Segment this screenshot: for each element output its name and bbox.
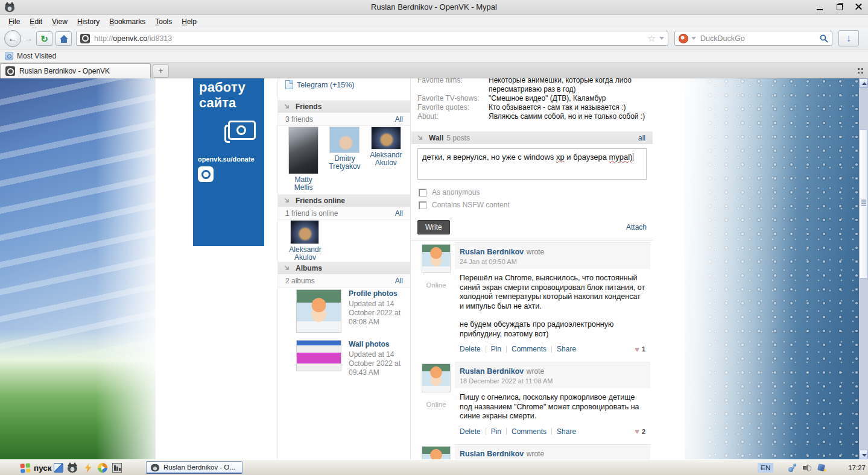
new-tab-button[interactable]: + xyxy=(153,64,169,78)
menu-bookmarks[interactable]: Bookmarks xyxy=(104,16,150,27)
friend-card[interactable]: MattyMellis xyxy=(283,127,324,192)
share-link[interactable]: Share xyxy=(557,345,576,353)
urlbar-dropdown-icon[interactable] xyxy=(659,37,664,40)
duckduckgo-icon[interactable] xyxy=(679,34,688,43)
albums-section-header[interactable]: Albums xyxy=(278,262,410,274)
friend-photo[interactable] xyxy=(329,127,360,153)
friends-section-header[interactable]: Friends xyxy=(278,100,410,113)
menu-tools[interactable]: Tools xyxy=(150,16,177,27)
pin-link[interactable]: Pin xyxy=(491,345,501,353)
album-item[interactable]: Wall photos Updated at 14 October 2022 a… xyxy=(296,340,415,377)
volume-icon[interactable] xyxy=(802,463,812,473)
minimize-button[interactable] xyxy=(815,2,826,13)
anonymous-checkbox[interactable] xyxy=(419,189,426,197)
reload-button[interactable]: ↻ xyxy=(36,31,52,46)
tray-cube-icon[interactable] xyxy=(817,463,826,473)
friends-all-link[interactable]: All xyxy=(395,115,403,124)
friend-name[interactable]: DmitryTretyakov xyxy=(324,155,365,171)
friends-online-all-link[interactable]: All xyxy=(395,209,403,218)
scroll-down-button[interactable] xyxy=(859,450,868,459)
album-item[interactable]: Profile photos Updated at 14 October 202… xyxy=(296,289,415,333)
menu-history[interactable]: History xyxy=(72,16,104,27)
friends-online-count-row: 1 friend is online All xyxy=(278,207,410,220)
taskbar-window-button[interactable]: Ruslan Berdnikov - O... xyxy=(146,461,242,474)
scroll-up-button[interactable] xyxy=(859,78,868,88)
comments-link[interactable]: Comments xyxy=(512,427,546,436)
share-link[interactable]: Share xyxy=(557,427,576,436)
online-friend-photo[interactable] xyxy=(290,220,319,244)
album-thumbnail[interactable] xyxy=(296,289,341,333)
album-thumbnail[interactable] xyxy=(296,340,341,371)
post-author-link[interactable]: Ruslan Berdnikov xyxy=(460,248,524,256)
post-author-avatar[interactable] xyxy=(422,446,451,460)
search-input[interactable] xyxy=(699,34,817,43)
menu-file[interactable]: File xyxy=(4,16,25,27)
friend-photo[interactable] xyxy=(288,127,318,174)
friend-card[interactable]: AleksandrAkulov xyxy=(366,127,407,192)
online-friend-name[interactable]: AleksandrAkulov xyxy=(278,246,332,262)
restore-button[interactable] xyxy=(834,2,845,13)
like-button[interactable]: ♥ 1 xyxy=(635,345,645,353)
page-scrollbar[interactable] xyxy=(859,78,868,459)
search-magnifier-icon[interactable] xyxy=(820,34,828,43)
album-updated: Updated at 14 October 2022 at 08:08 AM xyxy=(349,300,415,327)
back-button[interactable]: ← xyxy=(4,30,21,47)
post-author-avatar[interactable] xyxy=(422,244,451,273)
taskbar-clock[interactable]: 17:27 xyxy=(848,464,866,471)
home-button[interactable] xyxy=(55,31,72,46)
post-composer-textarea[interactable]: детки, я вернулся, но уже с windows xp и… xyxy=(417,148,647,180)
start-button[interactable]: пуск xyxy=(0,461,59,475)
downloads-button[interactable]: ↓ xyxy=(838,30,859,46)
bookmark-star-icon[interactable]: ☆ xyxy=(648,34,656,43)
friends-online-section-header[interactable]: Friends online xyxy=(278,194,410,207)
wall-all-link[interactable]: all xyxy=(638,134,645,142)
nsfw-checkbox[interactable] xyxy=(419,201,426,209)
friend-name[interactable]: AleksandrAkulov xyxy=(366,151,407,167)
search-engine-dropdown-icon[interactable] xyxy=(691,37,696,40)
post-date[interactable]: 18 December 2022 at 11:08 AM xyxy=(460,377,645,385)
forward-button[interactable]: → xyxy=(23,33,34,44)
mypal-quicklaunch-icon[interactable] xyxy=(68,463,77,473)
post-date[interactable]: 24 Jan at 09:50 AM xyxy=(460,258,645,265)
telegram-link[interactable]: Telegram (+15%) xyxy=(297,81,355,89)
bookmark-most-visited[interactable]: Most Visited xyxy=(17,52,56,60)
url-text[interactable]: http://openvk.co/id8313 xyxy=(94,34,648,43)
menu-edit[interactable]: Edit xyxy=(25,16,47,27)
menu-help[interactable]: Help xyxy=(177,16,201,27)
friend-photo[interactable] xyxy=(371,127,401,149)
albums-all-link[interactable]: All xyxy=(395,277,403,285)
album-title[interactable]: Profile photos xyxy=(349,289,415,298)
language-indicator[interactable]: EN xyxy=(758,463,773,473)
wall-section-header: Wall 5 posts all xyxy=(411,131,653,144)
donate-banner[interactable]: работу сайта openvk.su/donate xyxy=(193,78,264,246)
search-bar[interactable] xyxy=(674,31,832,46)
attach-link[interactable]: Attach xyxy=(626,223,647,231)
album-title[interactable]: Wall photos xyxy=(349,340,415,348)
post-author-avatar[interactable] xyxy=(422,363,451,392)
media-player-icon[interactable] xyxy=(98,463,107,473)
tab-favicon xyxy=(5,66,15,76)
media-player-classic-icon[interactable] xyxy=(112,463,122,473)
show-desktop-icon[interactable] xyxy=(54,463,63,473)
post-author-link[interactable]: Ruslan Berdnikov xyxy=(460,367,524,376)
menu-view[interactable]: View xyxy=(47,16,72,27)
tray-winamp-icon[interactable] xyxy=(831,463,841,473)
list-all-tabs-icon[interactable] xyxy=(858,68,863,74)
like-button[interactable]: ♥ 2 xyxy=(635,427,645,435)
delete-link[interactable]: Delete xyxy=(460,427,481,436)
url-bar[interactable]: http://openvk.co/id8313 ☆ xyxy=(76,31,668,46)
friend-name[interactable]: MattyMellis xyxy=(283,176,324,192)
comments-link[interactable]: Comments xyxy=(512,345,546,353)
scrollbar-thumb[interactable] xyxy=(859,130,868,278)
heart-icon: ♥ xyxy=(635,345,639,353)
close-button[interactable] xyxy=(854,2,864,13)
tray-molecule-icon[interactable] xyxy=(788,463,797,473)
winamp-icon[interactable] xyxy=(83,463,93,473)
post-author-link[interactable]: Ruslan Berdnikov xyxy=(460,450,524,458)
page-viewport: работу сайта openvk.su/donate Telegram (… xyxy=(0,78,868,459)
active-tab[interactable]: Ruslan Berdnikov - OpenVK xyxy=(0,63,151,78)
friend-card[interactable]: DmitryTretyakov xyxy=(324,127,365,192)
delete-link[interactable]: Delete xyxy=(460,345,481,353)
write-button[interactable]: Write xyxy=(417,220,450,234)
pin-link[interactable]: Pin xyxy=(491,427,501,436)
